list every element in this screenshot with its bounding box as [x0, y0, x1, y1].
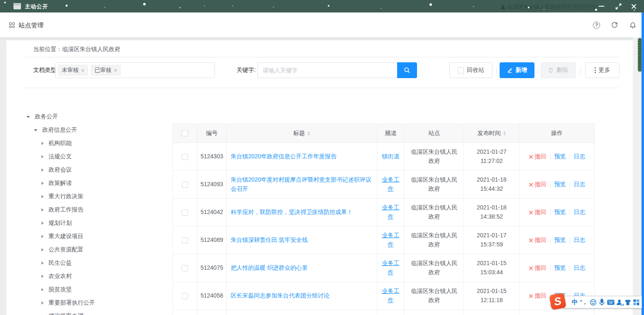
sort-icon[interactable]	[503, 131, 506, 135]
row-checkbox[interactable]	[182, 154, 188, 160]
refresh-icon[interactable]	[611, 21, 618, 29]
x-icon	[529, 266, 533, 271]
row-title-link[interactable]: 朱台镇2020年政府信息公开工作年度报告	[231, 152, 337, 161]
add-button[interactable]: 新增	[500, 62, 534, 78]
tree-item[interactable]: 农业农村	[25, 270, 168, 283]
delete-button[interactable]: 删除	[541, 62, 576, 78]
row-channel-link[interactable]: 业务工作	[381, 203, 400, 221]
row-channel-link[interactable]: 镇街道	[382, 152, 400, 161]
select-all-checkbox[interactable]	[182, 130, 188, 136]
row-channel-link[interactable]: 业务工作	[381, 231, 400, 249]
log-action[interactable]: 日志	[574, 180, 585, 189]
tree-item[interactable]: 公共资源配置	[25, 243, 168, 256]
row-title-link[interactable]: 科学应对，联防联控，坚决捍卫疫情防控成果！	[231, 208, 353, 217]
search-button[interactable]	[397, 62, 417, 78]
chevron-right-icon[interactable]	[41, 275, 44, 278]
row-title-link[interactable]: 把人性的温暖 织进群众的心里	[231, 263, 308, 273]
tree-item[interactable]: 法规公文	[25, 150, 168, 163]
tree-item[interactable]: 脱贫攻坚	[25, 283, 168, 296]
maximize-button[interactable]	[611, 0, 625, 12]
revoke-action[interactable]: 撤回	[529, 263, 546, 273]
ime-mode-chinese[interactable]: 中	[572, 298, 578, 306]
tree-item[interactable]: 重大行政决策	[25, 190, 168, 203]
apps-grid-icon[interactable]	[9, 22, 15, 28]
scrollbar-track[interactable]	[633, 37, 642, 315]
tag-close-icon[interactable]: ×	[81, 67, 85, 74]
preview-action[interactable]: 预览	[554, 208, 566, 217]
row-title-link[interactable]: 区长宋磊同志参加朱台代表团分组讨论	[231, 291, 329, 300]
log-action[interactable]: 日志	[574, 208, 585, 217]
preview-action[interactable]: 预览	[554, 236, 566, 245]
log-action[interactable]: 日志	[574, 236, 585, 245]
tree-item[interactable]: 政府会议	[25, 163, 168, 177]
column-header-publish-time[interactable]: 发布时间	[464, 124, 520, 143]
revoke-action[interactable]: 撤回	[529, 208, 546, 217]
ime-toolbar: 中 °， 19	[564, 296, 642, 308]
tree-item-level1[interactable]: 政府信息公开	[25, 123, 168, 137]
chevron-right-icon[interactable]	[41, 155, 44, 158]
revoke-action[interactable]: 撤回	[529, 152, 546, 161]
tree-item[interactable]: 重要部署执行公开	[25, 296, 168, 310]
tree-item[interactable]: 规划计划	[25, 217, 168, 230]
tree-item[interactable]: 民生公益	[25, 256, 168, 270]
ime-punctuation[interactable]: °，	[580, 298, 588, 306]
revoke-action[interactable]: 撤回	[529, 236, 546, 245]
row-checkbox[interactable]	[182, 265, 188, 271]
recycle-checkbox[interactable]	[458, 67, 464, 74]
tree-item[interactable]: 政策解读	[25, 177, 168, 190]
toolbox-grid-icon[interactable]	[633, 299, 639, 305]
chevron-right-icon[interactable]	[41, 142, 44, 145]
keyword-input[interactable]	[257, 62, 397, 78]
chevron-right-icon[interactable]	[41, 235, 44, 238]
row-checkbox[interactable]	[182, 293, 188, 299]
user-badge-icon[interactable]: 19	[616, 299, 622, 305]
chevron-right-icon[interactable]	[41, 261, 44, 265]
chevron-right-icon[interactable]	[41, 208, 44, 212]
keyboard-icon[interactable]	[607, 300, 615, 305]
revoke-action[interactable]: 撤回	[529, 291, 546, 300]
chevron-down-icon[interactable]	[27, 116, 30, 118]
emoji-icon[interactable]	[590, 299, 597, 306]
tag-close-icon[interactable]: ×	[114, 67, 117, 74]
sogou-logo-icon[interactable]: S	[549, 293, 566, 310]
row-title-link[interactable]: 朱台镇2020年度对村观摩点评暨村党支部书记述职评议会召开	[231, 175, 373, 193]
row-site: 临淄区朱台镇人民政府	[405, 171, 464, 198]
column-header-title[interactable]: 标题	[227, 124, 377, 143]
preview-action[interactable]: 预览	[554, 263, 566, 273]
chevron-right-icon[interactable]	[41, 301, 44, 305]
row-channel-link[interactable]: 业务工作	[381, 259, 400, 277]
row-channel-link[interactable]: 业务工作	[381, 287, 400, 305]
row-channel-link[interactable]: 业务工作	[381, 175, 400, 193]
chevron-right-icon[interactable]	[41, 221, 44, 225]
log-action[interactable]: 日志	[574, 152, 585, 161]
preview-action[interactable]: 预览	[554, 152, 566, 161]
chevron-right-icon[interactable]	[41, 182, 44, 185]
tree-item[interactable]: 重大建设项目	[25, 230, 168, 243]
tree-item[interactable]: 政府工作报告	[25, 203, 168, 217]
chevron-right-icon[interactable]	[41, 248, 44, 251]
row-checkbox[interactable]	[182, 182, 188, 188]
bell-icon[interactable]	[629, 21, 637, 29]
row-title-link[interactable]: 朱台镇深耕责任田 筑牢安全线	[231, 236, 308, 245]
sort-icon[interactable]	[307, 131, 310, 135]
skin-icon[interactable]	[624, 299, 631, 305]
window-edge-accent	[642, 12, 644, 315]
tree-item[interactable]: 建议提案办理	[25, 310, 168, 315]
row-checkbox[interactable]	[182, 209, 188, 216]
keyword-label: 关键字:	[237, 62, 256, 78]
row-checkbox[interactable]	[182, 237, 188, 244]
chevron-right-icon[interactable]	[41, 168, 44, 172]
more-button[interactable]: 更多	[585, 62, 620, 78]
help-icon[interactable]: ?	[593, 22, 600, 29]
preview-action[interactable]: 预览	[554, 180, 566, 189]
tree-item[interactable]: 机构职能	[25, 137, 168, 150]
log-action[interactable]: 日志	[574, 263, 585, 273]
microphone-icon[interactable]	[599, 299, 605, 306]
doc-type-input[interactable]: 未审核× 已审核×	[55, 62, 215, 78]
chevron-right-icon[interactable]	[41, 288, 44, 291]
recycle-bin-button[interactable]: 回收站	[449, 62, 493, 78]
chevron-right-icon[interactable]	[41, 195, 44, 198]
tree-item-root[interactable]: 政务公开	[25, 110, 168, 123]
chevron-down-icon[interactable]	[34, 129, 37, 131]
revoke-action[interactable]: 撤回	[529, 180, 546, 189]
